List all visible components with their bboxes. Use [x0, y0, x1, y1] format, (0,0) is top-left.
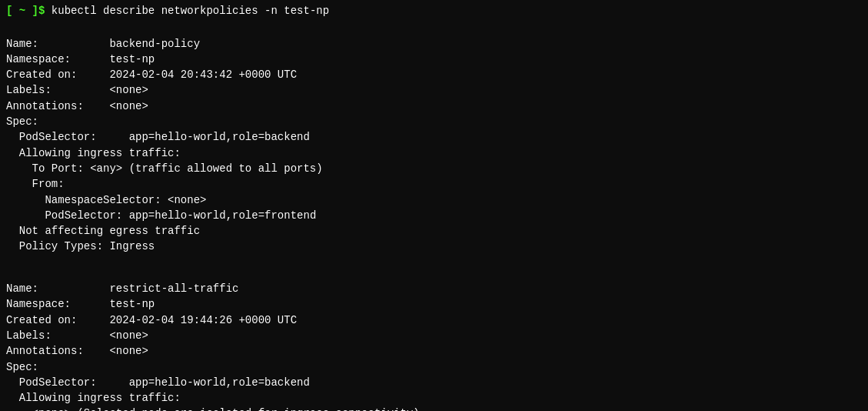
policy1-created-label: Created on:	[6, 68, 109, 81]
policy2-block: Name: restrict-all-traffic Namespace: te…	[6, 266, 862, 411]
policy1-allowing-ingress: Allowing ingress traffic:	[19, 147, 181, 159]
policy1-podselector-value: app=hello-world,role=backend	[129, 131, 310, 143]
policy2-podselector-value: app=hello-world,role=backend	[129, 376, 310, 389]
policy2-ns-value: test-np	[109, 298, 155, 310]
policy1-labels-label: Labels:	[6, 84, 109, 96]
prompt-line: [ ~ ]$ kubectl describe networkpolicies …	[6, 3, 862, 18]
policy2-name-label: Name:	[6, 282, 109, 295]
policy1-created-value: 2024-02-04 20:43:42 +0000 UTC	[109, 68, 297, 81]
policy2-annotations-label: Annotations:	[6, 345, 109, 357]
policy2-created-value: 2024-02-04 19:44:26 +0000 UTC	[109, 314, 297, 326]
policy1-not-affecting: Not affecting egress traffic	[19, 225, 200, 237]
policy1-ns-value: test-np	[109, 53, 155, 65]
policy2-labels-label: Labels:	[6, 329, 109, 342]
prompt-command: kubectl describe networkpolicies -n test…	[45, 3, 329, 18]
policy1-pod-selector2-label: PodSelector:	[45, 209, 128, 222]
policy1-ns-label: Namespace:	[6, 53, 109, 65]
policy2-labels-value: <none>	[109, 329, 148, 342]
policy1-spec-label: Spec:	[6, 115, 38, 128]
policy2-ns-label: Namespace:	[6, 298, 109, 310]
policy1-labels-value: <none>	[109, 84, 148, 96]
policy2-spec-label: Spec:	[6, 361, 38, 373]
policy1-ns-selector: NamespaceSelector: <none>	[45, 194, 206, 206]
policy2-allowing-ingress: Allowing ingress traffic:	[19, 392, 181, 404]
policy1-to-port: To Port: <any> (traffic allowed to all p…	[32, 162, 323, 175]
policy1-podselector-label: PodSelector:	[19, 131, 129, 143]
policy1-from: From:	[32, 178, 65, 190]
policy1-pod-selector2-value: app=hello-world,role=frontend	[129, 209, 317, 222]
policy1-block: Name: backend-policy Namespace: test-np …	[6, 20, 862, 254]
terminal-window: [ ~ ]$ kubectl describe networkpolicies …	[0, 0, 868, 411]
policy2-annotations-value: <none>	[109, 345, 148, 357]
policy1-policy-types: Policy Types: Ingress	[19, 240, 155, 252]
policy1-name-label: Name:	[6, 38, 109, 50]
policy2-name-value: restrict-all-traffic	[109, 282, 238, 295]
section-gap	[6, 255, 862, 266]
prompt-dir: [ ~ ]$	[6, 3, 45, 18]
policy2-podselector-label: PodSelector:	[19, 376, 129, 389]
policy2-created-label: Created on:	[6, 314, 109, 326]
policy1-annotations-value: <none>	[109, 100, 148, 112]
policy1-annotations-label: Annotations:	[6, 100, 109, 112]
policy2-none-isolated: <none> (Selected pods are isolated for i…	[32, 407, 420, 411]
policy1-name-value: backend-policy	[109, 38, 200, 50]
